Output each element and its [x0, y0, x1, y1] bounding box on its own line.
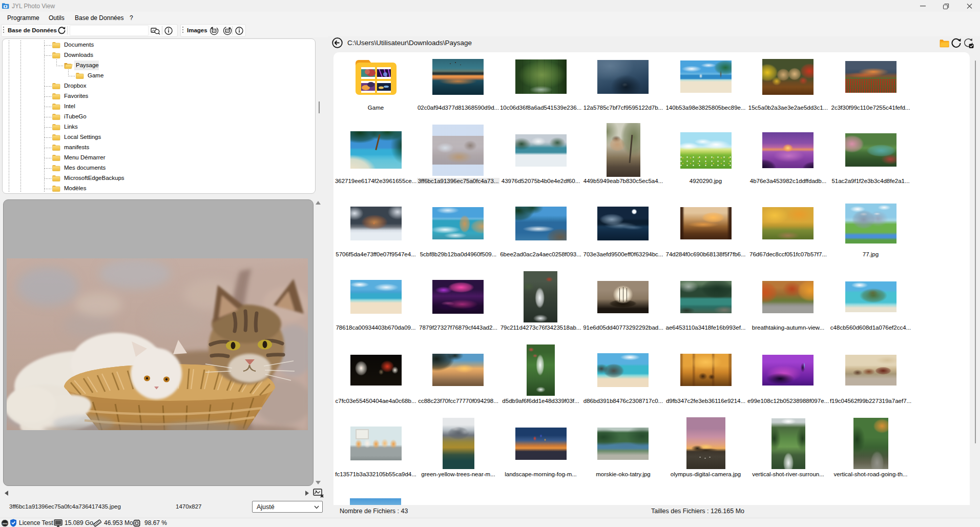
svg-text:www: www — [3, 522, 8, 525]
